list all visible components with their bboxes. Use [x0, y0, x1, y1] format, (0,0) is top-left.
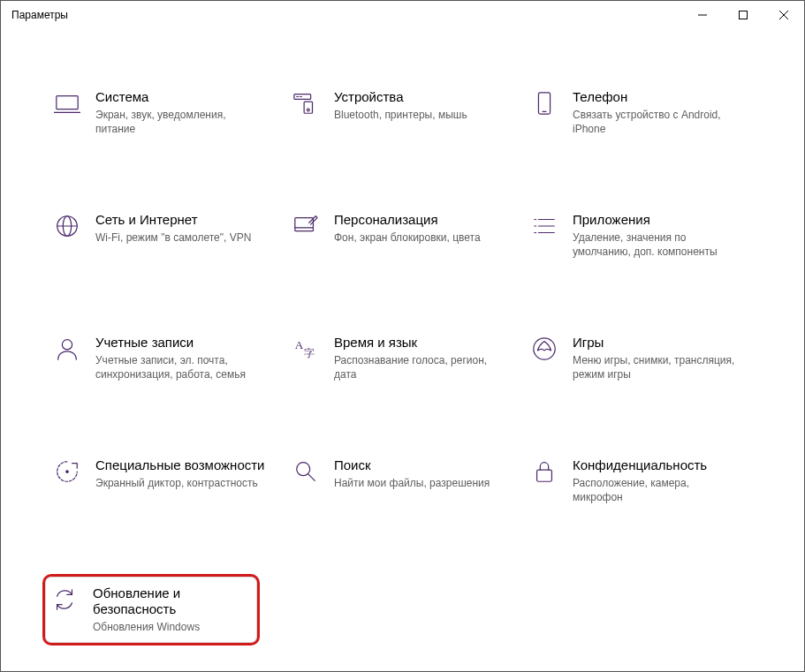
- svg-line-30: [308, 474, 315, 481]
- tile-devices[interactable]: Устройства Bluetooth, принтеры, мышь: [288, 82, 518, 143]
- phone-icon: [530, 89, 558, 117]
- system-icon: [53, 89, 81, 117]
- tile-personalization[interactable]: Персонализация Фон, экран блокировки, цв…: [288, 205, 518, 266]
- tile-desc: Учетные записи, эл. почта, синхронизация…: [95, 353, 263, 381]
- minimize-button[interactable]: [682, 1, 723, 29]
- svg-rect-11: [538, 93, 550, 114]
- close-button[interactable]: [763, 1, 804, 29]
- tile-desc: Удаление, значения по умолчанию, доп. ко…: [573, 230, 740, 259]
- tile-desc: Расположение, камера, микрофон: [573, 476, 740, 504]
- settings-grid: Система Экран, звук, уведомления, питани…: [49, 82, 769, 646]
- tile-phone[interactable]: Телефон Связать устройство с Android, iP…: [527, 82, 756, 143]
- svg-text:字: 字: [304, 348, 315, 360]
- tile-title: Сеть и Интернет: [95, 212, 251, 229]
- titlebar: Параметры: [1, 1, 804, 29]
- tile-title: Приложения: [573, 212, 740, 229]
- svg-rect-31: [537, 471, 552, 482]
- svg-rect-4: [57, 96, 78, 109]
- tile-gaming[interactable]: Игры Меню игры, снимки, трансляция, режи…: [527, 328, 756, 389]
- tile-title: Телефон: [573, 89, 740, 106]
- tile-title: Специальные возможности: [95, 457, 265, 474]
- tile-title: Конфиденциальность: [573, 457, 740, 474]
- tile-desc: Обновления Windows: [93, 620, 252, 634]
- tile-desc: Связать устройство с Android, iPhone: [573, 108, 740, 136]
- tile-desc: Фон, экран блокировки, цвета: [334, 230, 481, 245]
- personalization-icon: [292, 212, 320, 240]
- tile-desc: Экранный диктор, контрастность: [95, 476, 263, 490]
- gaming-icon: [530, 335, 558, 363]
- tile-title: Игры: [573, 335, 740, 351]
- tile-desc: Bluetooth, принтеры, мышь: [334, 108, 467, 122]
- tile-desc: Найти мои файлы, разрешения: [334, 476, 490, 490]
- tile-network[interactable]: Сеть и Интернет Wi-Fi, режим "в самолете…: [49, 205, 279, 266]
- tile-title: Персонализация: [334, 212, 481, 229]
- svg-point-28: [65, 471, 69, 474]
- accounts-icon: [53, 335, 81, 363]
- svg-point-8: [307, 109, 309, 111]
- window-title: Параметры: [11, 9, 68, 21]
- tile-system[interactable]: Система Экран, звук, уведомления, питани…: [49, 82, 279, 143]
- tile-title: Система: [95, 89, 263, 106]
- tile-desc: Меню игры, снимки, трансляция, режим игр…: [573, 353, 740, 381]
- tile-accounts[interactable]: Учетные записи Учетные записи, эл. почта…: [49, 328, 279, 389]
- tile-time-language[interactable]: A字 Время и язык Распознавание голоса, ре…: [288, 328, 518, 389]
- update-icon: [50, 585, 79, 614]
- tile-title: Обновление и безопасность: [93, 585, 252, 619]
- tile-title: Время и язык: [334, 335, 502, 351]
- tile-title: Поиск: [334, 457, 490, 474]
- tile-desc: Wi-Fi, режим "в самолете", VPN: [95, 230, 251, 245]
- svg-point-24: [62, 340, 72, 350]
- search-icon: [292, 457, 320, 486]
- tile-desc: Распознавание голоса, регион, дата: [334, 353, 502, 381]
- tile-search[interactable]: Поиск Найти мои файлы, разрешения: [288, 450, 518, 511]
- tile-apps[interactable]: Приложения Удаление, значения по умолчан…: [527, 205, 756, 266]
- time-language-icon: A字: [292, 335, 320, 363]
- settings-content: Система Экран, звук, уведомления, питани…: [1, 29, 804, 663]
- tile-desc: Экран, звук, уведомления, питание: [95, 108, 263, 136]
- svg-text:A: A: [295, 338, 304, 351]
- svg-rect-1: [740, 11, 748, 19]
- globe-icon: [53, 212, 81, 240]
- tile-title: Учетные записи: [95, 335, 263, 351]
- window-controls: [682, 1, 804, 29]
- tile-update-security[interactable]: Обновление и безопасность Обновления Win…: [42, 574, 260, 646]
- privacy-icon: [530, 457, 558, 486]
- devices-icon: [292, 89, 320, 117]
- tile-ease-of-access[interactable]: Специальные возможности Экранный диктор,…: [49, 450, 279, 511]
- tile-privacy[interactable]: Конфиденциальность Расположение, камера,…: [527, 450, 756, 511]
- apps-icon: [530, 212, 558, 240]
- ease-of-access-icon: [53, 457, 81, 486]
- tile-title: Устройства: [334, 89, 467, 106]
- maximize-button[interactable]: [723, 1, 763, 29]
